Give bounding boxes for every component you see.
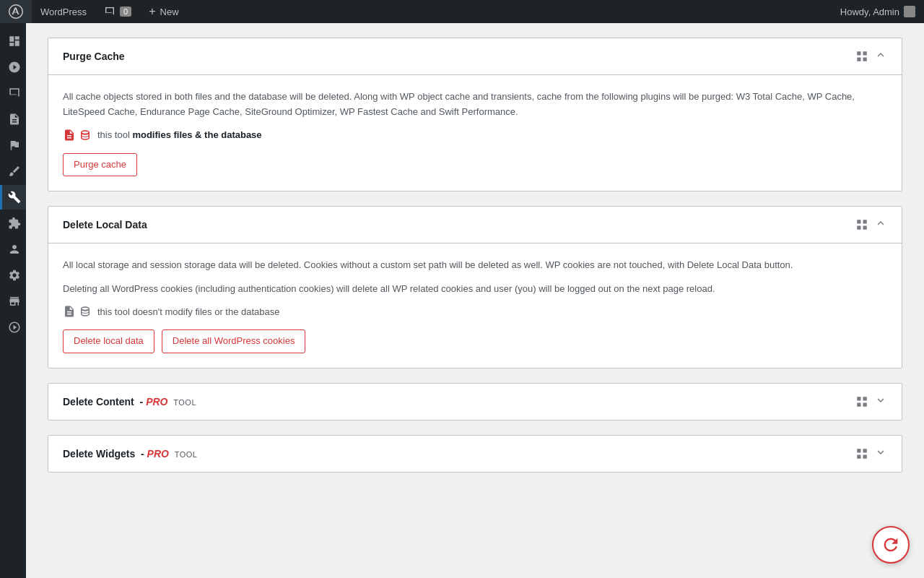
delete-local-data-card: Delete Local Data All local storage and … (48, 206, 902, 368)
grid-icon (855, 50, 868, 63)
tools-icon (8, 191, 21, 204)
chevron-up-icon (874, 48, 887, 61)
delete-local-info-text: this tool doesn't modify files or the da… (97, 306, 280, 317)
admin-avatar (904, 6, 915, 17)
purge-cache-btn-row: Purge cache (63, 153, 887, 176)
grid-icon-4 (855, 447, 868, 460)
sidebar-comments-icon (8, 87, 21, 100)
sidebar-item-dashboard[interactable] (0, 29, 26, 53)
grid-icon-3 (855, 395, 868, 408)
adminbar-left: WordPress 0 + New (0, 0, 188, 23)
delete-widgets-header: Delete Widgets - PRO TOOL (48, 436, 902, 472)
sidebar-item-comments[interactable] (0, 81, 26, 105)
media-icon (8, 321, 21, 334)
file-icon-gray (63, 305, 76, 318)
sidebar-item-pages[interactable] (0, 107, 26, 131)
tool-info-icons-2 (63, 305, 92, 318)
adminbar-new[interactable]: + New (140, 0, 187, 23)
delete-local-tool-info: this tool doesn't modify files or the da… (63, 305, 887, 318)
delete-content-header: Delete Content - PRO TOOL (48, 384, 902, 420)
refresh-button[interactable] (872, 526, 910, 564)
purge-cache-body: All cache objects stored in both files a… (48, 75, 902, 191)
new-icon: + (149, 5, 155, 18)
sidebar-item-posts[interactable] (0, 55, 26, 79)
delete-widgets-grid-icon[interactable] (855, 447, 868, 460)
database-icon (79, 129, 92, 142)
feedback-icon (8, 139, 21, 152)
sidebar-item-media[interactable] (0, 315, 26, 340)
purge-cache-tool-info: this tool modifies files & the database (63, 129, 887, 142)
delete-widgets-card: Delete Widgets - PRO TOOL (48, 435, 902, 473)
delete-content-card: Delete Content - PRO TOOL (48, 383, 902, 420)
chevron-up-icon-2 (874, 217, 887, 230)
sidebar-item-tools[interactable] (0, 185, 26, 210)
delete-content-controls (855, 394, 887, 410)
plugins-icon (8, 217, 21, 230)
delete-local-data-text-2: Deleting all WordPress cookies (includin… (63, 282, 887, 297)
site-name-label: WordPress (40, 7, 87, 17)
sidebar (0, 23, 26, 578)
delete-local-data-title: Delete Local Data (63, 219, 147, 230)
purge-cache-collapse-btn[interactable] (874, 48, 887, 64)
purge-cache-controls (855, 48, 887, 64)
file-icon (63, 129, 76, 142)
delete-local-grid-icon[interactable] (855, 218, 868, 231)
sidebar-item-plugins[interactable] (0, 211, 26, 236)
grid-icon-2 (855, 218, 868, 231)
delete-local-data-btn[interactable]: Delete local data (63, 329, 154, 353)
purge-cache-description: All cache objects stored in both files a… (63, 90, 887, 120)
appearance-icon (8, 165, 21, 178)
adminbar-wp-logo[interactable] (0, 0, 32, 23)
adminbar-comments[interactable]: 0 (95, 0, 140, 23)
delete-local-data-header: Delete Local Data (48, 207, 902, 243)
delete-widgets-expand-btn[interactable] (874, 446, 887, 462)
sidebar-item-users[interactable] (0, 237, 26, 262)
layout: Purge Cache All cache objects stored in … (0, 23, 924, 578)
chevron-down-icon-2 (874, 446, 887, 459)
new-label: New (160, 7, 179, 17)
delete-local-data-controls (855, 217, 887, 233)
admin-bar: WordPress 0 + New Howdy, Admin (0, 0, 924, 23)
database-icon-gray (79, 305, 92, 318)
delete-local-data-body: All local storage and session storage da… (48, 243, 902, 368)
purge-cache-info-text: this tool modifies files & the database (97, 129, 262, 140)
purge-cache-header: Purge Cache (48, 38, 902, 75)
delete-widgets-title: Delete Widgets - PRO TOOL (63, 448, 197, 460)
adminbar-right: Howdy, Admin (832, 0, 924, 23)
comments-icon (104, 6, 116, 17)
comments-count: 0 (120, 7, 131, 17)
delete-content-grid-icon[interactable] (855, 395, 868, 408)
delete-local-btn-row: Delete local data Delete all WordPress c… (63, 329, 887, 353)
sidebar-item-appearance[interactable] (0, 159, 26, 184)
pages-icon (8, 113, 21, 126)
delete-local-data-text-1: All local storage and session storage da… (63, 258, 887, 273)
adminbar-site-name[interactable]: WordPress (32, 0, 95, 23)
refresh-icon (881, 535, 901, 555)
sidebar-item-store[interactable] (0, 289, 26, 314)
purge-cache-grid-icon[interactable] (855, 50, 868, 63)
purge-cache-btn[interactable]: Purge cache (63, 153, 137, 176)
users-icon (8, 243, 21, 256)
sidebar-item-settings[interactable] (0, 263, 26, 288)
howdy-label: Howdy, Admin (840, 7, 899, 17)
purge-cache-card: Purge Cache All cache objects stored in … (48, 38, 902, 191)
main-content: Purge Cache All cache objects stored in … (26, 23, 924, 578)
store-icon (8, 295, 21, 308)
settings-icon (8, 269, 21, 282)
delete-local-collapse-btn[interactable] (874, 217, 887, 233)
wp-logo-icon (9, 4, 23, 19)
delete-content-expand-btn[interactable] (874, 394, 887, 410)
chevron-down-icon (874, 394, 887, 407)
posts-icon (8, 61, 21, 74)
delete-wp-cookies-btn[interactable]: Delete all WordPress cookies (162, 329, 306, 353)
sidebar-item-feedback[interactable] (0, 133, 26, 158)
delete-widgets-controls (855, 446, 887, 462)
purge-cache-title: Purge Cache (63, 51, 125, 62)
tool-info-icons (63, 129, 92, 142)
dashboard-icon (8, 35, 21, 48)
delete-content-title: Delete Content - PRO TOOL (63, 396, 196, 407)
